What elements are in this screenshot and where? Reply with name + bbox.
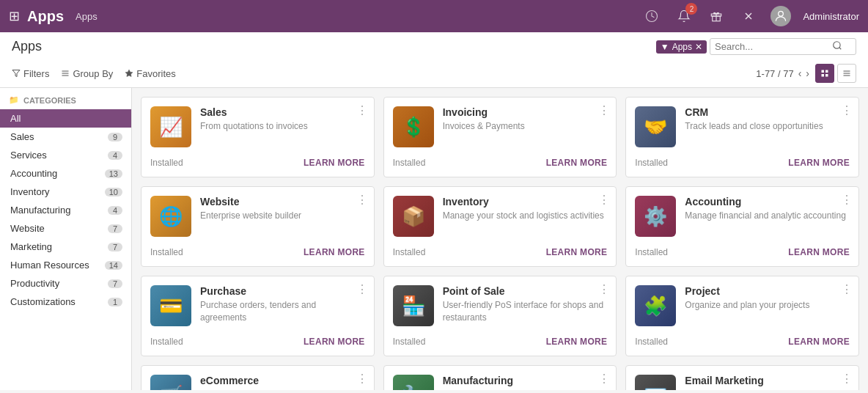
sidebar-item-manufacturing[interactable]: Manufacturing4 <box>0 201 131 219</box>
sidebar-item-count: 1 <box>108 298 122 306</box>
sidebar-item-human-resources[interactable]: Human Resources14 <box>0 256 131 274</box>
app-grid: ⋮ 📈 Sales From quotations to invoices In… <box>141 97 859 390</box>
app-card-header: 🏪 Point of Sale User-friendly PoS interf… <box>393 285 608 326</box>
installed-badge: Installed <box>150 158 183 168</box>
sidebar-items-container: AllSales9Services4Accounting13Inventory1… <box>0 109 131 311</box>
installed-badge: Installed <box>635 247 668 257</box>
sidebar-item-count: 7 <box>108 243 122 251</box>
sidebar-item-label: Manufacturing <box>10 205 70 216</box>
search-input-wrapper[interactable] <box>710 38 856 55</box>
app-footer: Installed LEARN MORE <box>150 158 365 168</box>
app-card: ⋮ 🤝 CRM Track leads and close opportunit… <box>625 97 859 177</box>
app-more-button[interactable]: ⋮ <box>598 103 610 117</box>
search-input[interactable] <box>715 41 832 52</box>
app-icon: 🏪 <box>393 285 434 326</box>
svg-rect-14 <box>825 70 828 73</box>
app-name: CRM <box>685 106 850 118</box>
sidebar-item-count: 7 <box>108 224 122 233</box>
app-footer: Installed LEARN MORE <box>393 337 608 347</box>
app-desc: Manage financial and analytic accounting <box>685 210 850 222</box>
clock-icon[interactable] <box>641 6 662 26</box>
groupby-label: Group By <box>73 68 113 79</box>
app-more-button[interactable]: ⋮ <box>598 193 610 207</box>
sidebar-item-website[interactable]: Website7 <box>0 219 131 238</box>
app-more-button[interactable]: ⋮ <box>356 282 368 296</box>
close-icon[interactable] <box>738 6 759 26</box>
app-name: Project <box>685 285 850 297</box>
app-more-button[interactable]: ⋮ <box>356 193 368 207</box>
app-card: ⋮ 🧩 Project Organize and plan your proje… <box>625 276 859 356</box>
app-more-button[interactable]: ⋮ <box>841 282 853 296</box>
search-tag[interactable]: ▼ Apps ✕ <box>656 40 707 54</box>
sidebar-item-customizations[interactable]: Customizations1 <box>0 293 131 311</box>
app-card-header: 💲 Invoicing Invoices & Payments <box>393 106 608 147</box>
avatar[interactable] <box>770 6 791 26</box>
app-more-button[interactable]: ⋮ <box>841 193 853 207</box>
search-button[interactable] <box>832 40 842 53</box>
filters-button[interactable]: Filters <box>12 68 49 79</box>
app-footer: Installed LEARN MORE <box>393 158 608 168</box>
learn-more-button[interactable]: LEARN MORE <box>304 247 365 257</box>
app-name: Manufacturing <box>443 375 608 386</box>
gift-icon[interactable] <box>706 6 727 26</box>
installed-badge: Installed <box>393 247 426 257</box>
learn-more-button[interactable]: LEARN MORE <box>788 158 850 168</box>
learn-more-button[interactable]: LEARN MORE <box>788 247 850 257</box>
sidebar-item-services[interactable]: Services4 <box>0 146 131 164</box>
learn-more-button[interactable]: LEARN MORE <box>304 158 365 168</box>
app-desc: Manage your stock and logistics activiti… <box>443 210 608 222</box>
sidebar-item-count: 9 <box>108 133 122 142</box>
sidebar-item-label: Human Resources <box>10 260 89 271</box>
sidebar-section-header: 📁 CATEGORIES <box>0 88 131 109</box>
notification-badge: 2 <box>685 3 697 15</box>
topnav: ⊞ Apps Apps 2 Administrator <box>0 0 868 32</box>
sidebar: 📁 CATEGORIES AllSales9Services4Accountin… <box>0 88 132 390</box>
learn-more-button[interactable]: LEARN MORE <box>546 337 608 347</box>
installed-badge: Installed <box>635 158 668 168</box>
app-card-header: 🌐 Website Enterprise website builder <box>150 196 365 237</box>
page-header: Apps ▼ Apps ✕ Filters Group By <box>0 32 868 88</box>
app-more-button[interactable]: ⋮ <box>841 103 853 117</box>
app-desc: From quotations to invoices <box>200 120 365 133</box>
svg-line-7 <box>839 48 842 50</box>
list-view-button[interactable] <box>837 64 856 83</box>
pager-next[interactable]: › <box>806 67 809 79</box>
groupby-button[interactable]: Group By <box>61 68 113 79</box>
grid-view-button[interactable] <box>815 64 834 83</box>
app-card: ⋮ 💲 Invoicing Invoices & Payments Instal… <box>383 97 617 177</box>
app-more-button[interactable]: ⋮ <box>841 372 853 386</box>
pager-prev[interactable]: ‹ <box>798 67 802 79</box>
breadcrumb: Apps <box>76 11 98 22</box>
app-info: eCommerce Sell your products online <box>200 375 365 390</box>
sidebar-item-inventory[interactable]: Inventory10 <box>0 183 131 201</box>
app-more-button[interactable]: ⋮ <box>598 282 610 296</box>
sidebar-item-accounting[interactable]: Accounting13 <box>0 164 131 183</box>
learn-more-button[interactable]: LEARN MORE <box>546 158 608 168</box>
app-footer: Installed LEARN MORE <box>635 247 850 257</box>
folder-icon: 📁 <box>9 95 19 105</box>
svg-marker-8 <box>12 70 20 77</box>
app-more-button[interactable]: ⋮ <box>598 372 610 386</box>
favorites-button[interactable]: Favorites <box>125 68 175 79</box>
search-tag-remove[interactable]: ✕ <box>695 42 702 52</box>
sidebar-item-marketing[interactable]: Marketing7 <box>0 238 131 256</box>
app-more-button[interactable]: ⋮ <box>356 372 368 386</box>
installed-badge: Installed <box>150 247 183 257</box>
sidebar-item-label: Inventory <box>10 186 49 197</box>
sidebar-item-all[interactable]: All <box>0 109 131 128</box>
main-layout: 📁 CATEGORIES AllSales9Services4Accountin… <box>0 88 868 390</box>
username-label: Administrator <box>803 11 859 22</box>
learn-more-button[interactable]: LEARN MORE <box>546 247 608 257</box>
sidebar-item-sales[interactable]: Sales9 <box>0 128 131 146</box>
learn-more-button[interactable]: LEARN MORE <box>788 337 850 347</box>
view-toggle <box>815 64 856 83</box>
app-desc: Enterprise website builder <box>200 210 365 222</box>
learn-more-button[interactable]: LEARN MORE <box>304 337 365 347</box>
app-more-button[interactable]: ⋮ <box>356 103 368 117</box>
notification-icon[interactable]: 2 <box>674 6 694 26</box>
app-desc: Track leads and close opportunities <box>685 120 850 133</box>
sidebar-item-count: 13 <box>105 169 122 178</box>
sidebar-item-productivity[interactable]: Productivity7 <box>0 274 131 293</box>
grid-menu-icon[interactable]: ⊞ <box>9 8 20 24</box>
app-icon: 🌐 <box>150 196 191 237</box>
